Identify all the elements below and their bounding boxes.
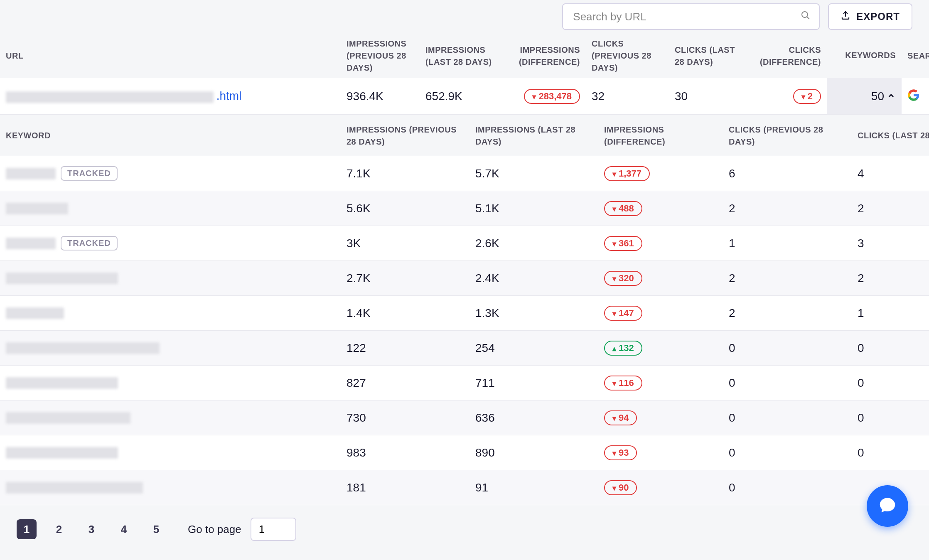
page-button-4[interactable]: 4 (114, 519, 134, 539)
keywords-expand[interactable]: 50 (827, 78, 902, 114)
kw-clk-last: 0 (858, 341, 864, 354)
col-imp-last[interactable]: IMPRESSIONS (LAST 28 DAYS) (425, 45, 492, 66)
down-arrow-icon (532, 91, 536, 102)
down-arrow-icon (612, 168, 616, 179)
kw-clk-last: 4 (858, 167, 864, 180)
keyword-row[interactable]: 9838909300 (0, 435, 929, 470)
export-button[interactable]: EXPORT (828, 3, 912, 30)
kw-imp-diff-badge: 93 (604, 445, 637, 460)
kw-imp-last: 2.6K (475, 237, 499, 250)
keyword-redacted (6, 273, 118, 284)
down-arrow-icon (612, 308, 616, 319)
kw-clk-prev: 2 (729, 272, 735, 285)
kw-imp-diff-badge: 361 (604, 236, 642, 251)
kw-imp-prev: 181 (347, 481, 366, 494)
chevron-up-icon (884, 90, 896, 103)
url-row[interactable]: .html 936.4K 652.9K 283,478 32 30 2 50 (0, 78, 929, 115)
keyword-row[interactable]: 1.4K1.3K14721 (0, 296, 929, 331)
tracked-tag: TRACKED (61, 166, 118, 181)
kw-imp-prev: 2.7K (347, 272, 371, 285)
keyword-row[interactable]: TRACKED7.1K5.7K1,37764 (0, 156, 929, 191)
keyword-redacted (6, 203, 68, 214)
keyword-row[interactable]: 7306369400 (0, 400, 929, 435)
tracked-tag: TRACKED (61, 236, 118, 251)
kcol-imp-prev[interactable]: IMPRESSIONS (PREVIOUS 28 DAYS) (347, 125, 457, 146)
kw-imp-last: 711 (475, 376, 495, 389)
url-clk-prev: 32 (592, 90, 605, 103)
kw-imp-diff-badge: 90 (604, 480, 637, 495)
keyword-table-header: KEYWORD IMPRESSIONS (PREVIOUS 28 DAYS) I… (0, 115, 929, 156)
down-arrow-icon (612, 482, 616, 493)
kw-imp-prev: 122 (347, 341, 366, 354)
down-arrow-icon (612, 378, 616, 388)
col-clk-diff[interactable]: CLICKS (DIFFERENCE) (760, 45, 821, 66)
url-redacted (6, 91, 214, 103)
kw-imp-prev: 1.4K (347, 307, 371, 319)
down-arrow-icon (612, 273, 616, 284)
kcol-clk-last[interactable]: CLICKS (LAST 28 DAYS) (858, 131, 929, 140)
down-arrow-icon (612, 413, 616, 423)
kw-imp-diff-badge: 116 (604, 376, 642, 391)
kw-clk-last: 1 (858, 307, 864, 319)
google-icon (907, 89, 920, 104)
page-button-5[interactable]: 5 (146, 519, 166, 539)
col-url[interactable]: URL (6, 51, 24, 60)
keyword-redacted (6, 377, 118, 389)
kw-clk-last: 0 (858, 446, 864, 459)
kw-clk-prev: 2 (729, 202, 735, 215)
kw-clk-last: 3 (858, 237, 864, 250)
kw-imp-diff-badge: 94 (604, 410, 637, 425)
keyword-redacted (6, 342, 160, 354)
kw-imp-prev: 3K (347, 237, 361, 250)
kw-imp-diff-badge: 320 (604, 271, 642, 286)
col-keywords[interactable]: KEYWORDS (845, 50, 896, 61)
keyword-row[interactable]: 18191900 (0, 470, 929, 505)
search-input[interactable] (562, 3, 820, 30)
kw-imp-diff-badge: 132 (604, 341, 642, 356)
kw-imp-prev: 983 (347, 446, 366, 459)
kw-imp-last: 890 (475, 446, 495, 459)
kcol-imp-diff[interactable]: IMPRESSIONS (DIFFERENCE) (604, 125, 665, 146)
kw-imp-last: 1.3K (475, 307, 499, 319)
kcol-clk-prev[interactable]: CLICKS (PREVIOUS 28 DAYS) (729, 125, 823, 146)
url-imp-diff-badge: 283,478 (524, 89, 580, 104)
kw-clk-prev: 0 (729, 341, 735, 354)
url-clk-last: 30 (675, 90, 688, 103)
keyword-redacted (6, 307, 64, 319)
kcol-imp-last[interactable]: IMPRESSIONS (LAST 28 DAYS) (475, 125, 575, 146)
chat-button[interactable] (867, 485, 908, 527)
keyword-row[interactable]: 2.7K2.4K32022 (0, 261, 929, 296)
keyword-redacted (6, 168, 56, 179)
kw-clk-prev: 0 (729, 446, 735, 459)
keyword-row[interactable]: 5.6K5.1K48822 (0, 191, 929, 226)
down-arrow-icon (612, 447, 616, 458)
keyword-row[interactable]: 12225413200 (0, 331, 929, 366)
search-wrap (562, 3, 820, 30)
kw-clk-last: 0 (858, 411, 864, 424)
kw-clk-last: 0 (858, 376, 864, 389)
page-button-1[interactable]: 1 (17, 519, 37, 539)
goto-page-label: Go to page (188, 523, 241, 536)
url-imp-prev: 936.4K (347, 90, 383, 103)
kw-imp-prev: 827 (347, 376, 366, 389)
page-button-2[interactable]: 2 (49, 519, 69, 539)
search-icon (801, 10, 811, 23)
col-clk-last[interactable]: CLICKS (LAST 28 DAYS) (675, 45, 735, 66)
page-button-3[interactable]: 3 (81, 519, 101, 539)
keyword-row[interactable]: TRACKED3K2.6K36113 (0, 226, 929, 261)
goto-page-input[interactable] (251, 518, 296, 541)
keyword-redacted (6, 412, 130, 424)
kw-imp-last: 254 (475, 341, 495, 354)
col-clk-prev[interactable]: CLICKS (PREVIOUS 28 DAYS) (592, 39, 651, 72)
up-arrow-icon (612, 343, 616, 354)
kw-imp-diff-badge: 488 (604, 201, 642, 216)
url-suffix[interactable]: .html (216, 89, 242, 102)
kw-clk-prev: 2 (729, 307, 735, 319)
keyword-row[interactable]: 82771111600 (0, 366, 929, 400)
col-engine[interactable]: SEARCH ENGINE (907, 51, 929, 60)
col-imp-diff[interactable]: IMPRESSIONS (DIFFERENCE) (519, 45, 580, 66)
kcol-keyword[interactable]: KEYWORD (6, 131, 51, 140)
kw-clk-prev: 0 (729, 481, 735, 494)
col-imp-prev[interactable]: IMPRESSIONS (PREVIOUS 28 DAYS) (347, 39, 406, 72)
kw-clk-prev: 1 (729, 237, 735, 250)
